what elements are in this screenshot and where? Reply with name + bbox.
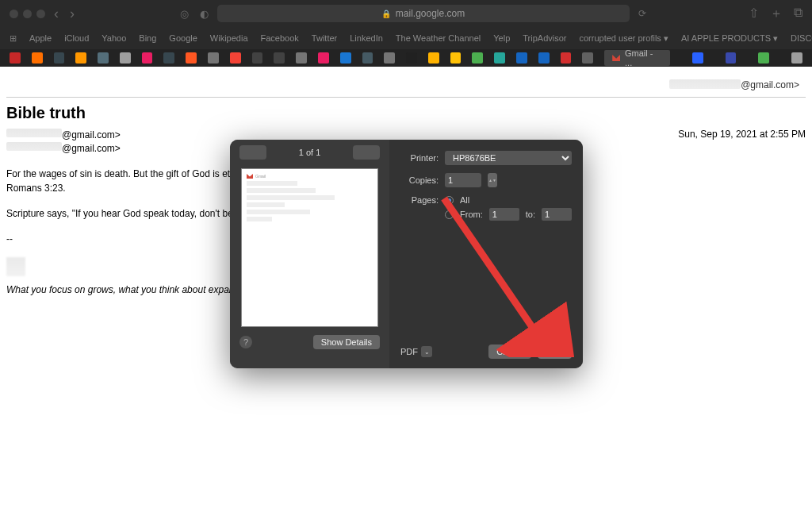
shield-icon: ◎	[180, 8, 189, 20]
gmail-icon	[612, 55, 620, 61]
bookmarks-menu-icon[interactable]: ⊞	[10, 33, 17, 44]
from-label: From:	[460, 210, 483, 219]
bookmark-item[interactable]: Wikipedia	[210, 33, 248, 43]
tab-favicon[interactable]	[472, 52, 483, 64]
tab-favicon[interactable]	[494, 52, 505, 64]
tab-strip: Gmail - ...	[0, 49, 812, 67]
tab-favicon[interactable]	[75, 52, 86, 64]
printer-select[interactable]: HP8676BE	[445, 151, 572, 165]
tab-favicon[interactable]	[120, 52, 131, 64]
tab-favicon[interactable]	[54, 52, 65, 64]
show-details-button[interactable]: Show Details	[313, 335, 380, 349]
tab-favicon[interactable]	[758, 52, 769, 64]
tab-favicon[interactable]	[318, 52, 329, 64]
from-input[interactable]	[489, 208, 519, 221]
pages-all-radio[interactable]	[445, 196, 454, 205]
copies-stepper[interactable]: ▲▼	[488, 173, 497, 187]
tab-favicon[interactable]	[726, 52, 737, 64]
browser-toolbar: ‹ › ◎ ◐ 🔒 mail.google.com ⟳ ⇧ ＋ ⧉	[0, 0, 812, 27]
pages-all-label: All	[460, 195, 469, 205]
next-page-button[interactable]	[353, 145, 380, 160]
tab-favicon[interactable]	[252, 52, 263, 64]
share-icon[interactable]: ⇧	[749, 6, 759, 22]
tab-favicon[interactable]	[692, 52, 703, 64]
print-preview: Gmail	[241, 168, 378, 327]
bookmarks-bar: ⊞ Apple iCloud Yahoo Bing Google Wikiped…	[0, 27, 812, 49]
tab-favicon[interactable]	[274, 52, 285, 64]
chevron-down-icon: ⌄	[421, 346, 432, 357]
forward-button[interactable]: ›	[70, 6, 75, 22]
tab-favicon[interactable]	[561, 52, 572, 64]
tab-favicon[interactable]	[384, 52, 395, 64]
page-indicator: 1 of 1	[299, 148, 321, 157]
copies-input[interactable]	[445, 173, 481, 187]
bookmark-item[interactable]: TripAdvisor	[523, 33, 566, 43]
active-tab[interactable]: Gmail - ...	[604, 50, 670, 66]
tab-favicon[interactable]	[142, 52, 153, 64]
prev-page-button[interactable]	[239, 145, 266, 160]
printer-label: Printer:	[400, 153, 439, 163]
tab-favicon[interactable]	[186, 52, 197, 64]
pdf-dropdown[interactable]: PDF ⌄	[400, 346, 432, 357]
bookmark-item[interactable]: Bing	[139, 33, 156, 43]
email-subject: Bible truth	[6, 104, 806, 122]
traffic-lights	[10, 10, 45, 18]
pages-label: Pages:	[400, 195, 439, 205]
tab-favicon[interactable]	[98, 52, 109, 64]
to-label: to:	[526, 210, 535, 219]
account-identifier: @gmail.com>	[6, 79, 806, 90]
tab-favicon[interactable]	[450, 52, 462, 64]
tab-favicon[interactable]	[163, 52, 174, 64]
divider	[6, 97, 806, 98]
tab-favicon[interactable]	[582, 52, 593, 64]
bookmark-item[interactable]: Yelp	[493, 33, 510, 43]
help-button[interactable]: ?	[239, 336, 252, 348]
tab-favicon[interactable]	[538, 52, 550, 64]
bookmark-item[interactable]: iCloud	[64, 33, 89, 43]
bookmark-item[interactable]: LinkedIn	[350, 33, 383, 43]
bookmark-item[interactable]: The Weather Channel	[396, 33, 481, 43]
tabs-icon[interactable]: ⧉	[794, 6, 802, 22]
tab-favicon[interactable]	[32, 52, 43, 64]
gmail-icon	[247, 174, 253, 179]
tab-favicon[interactable]	[428, 52, 439, 64]
cancel-button[interactable]: Cancel	[488, 344, 531, 359]
tab-favicon[interactable]	[208, 52, 219, 64]
reload-icon[interactable]: ⟳	[638, 8, 646, 19]
bookmark-item[interactable]: Facebook	[261, 33, 299, 43]
print-button[interactable]: Print	[538, 344, 572, 359]
bookmark-item[interactable]: DISCORD ▾	[791, 33, 812, 44]
bookmark-item[interactable]: Apple	[29, 33, 52, 43]
copies-label: Copies:	[400, 175, 439, 185]
print-dialog: 1 of 1 Gmail ? Show Details Printer: HP8…	[230, 140, 583, 368]
lock-icon: 🔒	[381, 10, 391, 18]
to-input[interactable]	[542, 208, 572, 221]
email-date: Sun, Sep 19, 2021 at 2:55 PM	[678, 129, 806, 156]
url-host: mail.google.com	[396, 8, 465, 19]
tab-favicon[interactable]	[296, 52, 307, 64]
bookmark-item[interactable]: corrupted user profils ▾	[580, 33, 668, 44]
plus-icon[interactable]: ＋	[770, 6, 783, 22]
pages-range-radio[interactable]	[445, 210, 454, 219]
tab-favicon[interactable]	[10, 52, 21, 64]
bookmark-item[interactable]: Yahoo	[102, 33, 126, 43]
tab-favicon[interactable]	[362, 52, 373, 64]
bookmark-item[interactable]: AI APPLE PRODUCTS ▾	[681, 33, 778, 44]
address-bar[interactable]: 🔒 mail.google.com	[217, 5, 630, 22]
tab-favicon[interactable]	[791, 52, 802, 64]
tab-favicon[interactable]	[406, 52, 417, 64]
privacy-icon: ◐	[200, 8, 209, 20]
bookmark-item[interactable]: Twitter	[312, 33, 337, 43]
tab-favicon[interactable]	[340, 52, 351, 64]
email-from: @gmail.com> @gmail.com>	[6, 129, 121, 156]
tab-favicon[interactable]	[516, 52, 527, 64]
back-button[interactable]: ‹	[54, 6, 59, 22]
tab-favicon[interactable]	[230, 52, 241, 64]
bookmark-item[interactable]: Google	[169, 33, 197, 43]
